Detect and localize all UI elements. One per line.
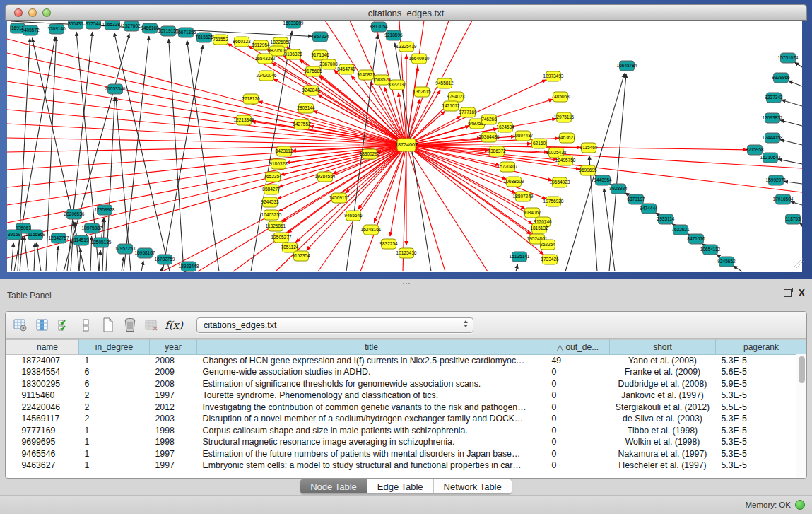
graph-node[interactable]: 16958107	[135, 248, 155, 258]
table-row[interactable]: 1938455462009Genome-wide association stu…	[6, 366, 807, 378]
graph-node[interactable]: 20206536	[64, 209, 85, 219]
graph-node[interactable]: 10403255	[261, 210, 282, 220]
graph-node[interactable]: 8938924	[609, 184, 628, 194]
graph-node[interactable]: 12444158	[763, 133, 783, 143]
graph-node[interactable]: 9466160	[141, 23, 159, 33]
select-columns-icon[interactable]	[57, 317, 72, 334]
table-row[interactable]: 977716911998Corpus callosum shape and si…	[6, 425, 807, 437]
graph-node[interactable]: 6879197	[627, 194, 645, 204]
graph-node[interactable]: 1362615	[413, 87, 431, 97]
graph-node[interactable]: 9152354	[292, 251, 310, 261]
graph-node[interactable]: 17359928	[95, 205, 115, 215]
graph-node[interactable]: 17016504	[773, 194, 794, 204]
graph-node[interactable]: 9227343	[765, 93, 783, 103]
close-panel-icon[interactable]: X	[799, 289, 805, 297]
table-row[interactable]: 969969511998Structural magnetic resonanc…	[6, 436, 807, 448]
graph-node[interactable]: 7652354	[264, 172, 282, 182]
graph-node[interactable]: 8427552	[293, 119, 311, 129]
graph-node[interactable]: 15751074	[778, 53, 799, 63]
graph-node[interactable]: 746266	[481, 115, 497, 124]
graph-node[interactable]: 11325861	[266, 221, 286, 231]
graph-node[interactable]: 2718120	[242, 94, 260, 104]
table-row[interactable]: 2242004622012Investigating the contribut…	[6, 402, 807, 414]
window-title-bar[interactable]: citations_edges.txt	[5, 4, 807, 21]
graph-node[interactable]: 1733426	[541, 255, 559, 264]
graph-node[interactable]: 850431	[68, 21, 83, 29]
graph-node[interactable]: 9084067	[523, 208, 541, 218]
graph-node[interactable]: 12342757	[49, 233, 69, 243]
graph-node[interactable]: 39159	[7, 230, 22, 240]
graph-node[interactable]: 18300295	[360, 149, 380, 159]
delete-column-icon[interactable]	[122, 317, 138, 334]
show-columns-icon[interactable]	[35, 317, 50, 334]
graph-node[interactable]: 10125416	[396, 248, 417, 258]
graph-node[interactable]: 7815526	[195, 33, 213, 42]
graph-node[interactable]: 15135141	[510, 252, 530, 262]
graph-node[interactable]: 1815132	[530, 223, 548, 233]
graph-node[interactable]: 9794023	[447, 92, 465, 102]
table-row[interactable]: 946362711997Embryonic stem cells: a mode…	[6, 460, 807, 472]
graph-node[interactable]: 7857224	[311, 32, 329, 42]
table-scrollbar[interactable]	[796, 354, 806, 478]
graph-node[interactable]: 252254	[540, 240, 555, 250]
graph-node[interactable]: 9474444	[640, 204, 658, 214]
graph-node[interactable]: 8322037	[388, 80, 406, 90]
graph-node[interactable]: 16033809	[283, 21, 304, 28]
graph-node[interactable]: 12505135	[91, 238, 112, 247]
graph-node[interactable]: 11156869	[25, 230, 45, 240]
tab-edge-table[interactable]: Edge Table	[367, 479, 433, 493]
graph-node[interactable]: 8423112	[276, 146, 293, 156]
graph-node[interactable]: 12505277	[271, 233, 292, 243]
graph-node[interactable]: 8215958	[746, 145, 764, 155]
graph-node[interactable]: 15720407	[498, 162, 518, 172]
graph-node[interactable]: 8454749	[337, 64, 355, 74]
graph-node[interactable]: 9171546	[311, 50, 329, 60]
graph-node[interactable]: 761552	[213, 35, 228, 45]
table-row[interactable]: 1830029562008Estimation of significance …	[6, 378, 807, 390]
graph-node[interactable]: 9465546	[344, 211, 363, 221]
graph-node[interactable]: 1527602	[122, 21, 141, 31]
graph-node[interactable]: 9832254	[379, 239, 398, 249]
graph-node[interactable]: 7386372	[488, 146, 506, 156]
graph-node[interactable]: 62160	[532, 139, 547, 148]
graph-node[interactable]: 8471676	[687, 234, 705, 244]
graph-node[interactable]: 3769140	[47, 24, 66, 34]
column-header-gutter[interactable]	[6, 340, 16, 355]
graph-node[interactable]: 14569117	[329, 193, 350, 203]
graph-node[interactable]: 19654923	[550, 177, 570, 187]
graph-node[interactable]: 2803144	[297, 103, 315, 113]
graph-node[interactable]: 16782759	[155, 255, 175, 264]
graph-node[interactable]: 9242848	[302, 86, 320, 95]
graph-node[interactable]: 16640910	[409, 54, 430, 64]
graph-node[interactable]: 18495758	[555, 156, 576, 165]
table-selector-dropdown[interactable]: citations_edges.txt	[196, 317, 473, 333]
graph-node[interactable]: 9329966	[772, 73, 790, 83]
graph-node[interactable]: 10807487	[513, 131, 534, 141]
graph-node[interactable]: 16671355	[176, 28, 196, 37]
graph-node[interactable]: 19384554	[315, 172, 336, 182]
graph-node[interactable]: 16648784	[617, 61, 637, 71]
graph-node[interactable]: 9218596	[384, 30, 403, 40]
table-row[interactable]: 946554611997Estimation of the future num…	[6, 448, 807, 460]
column-header-pagerank[interactable]: pagerank	[716, 340, 807, 355]
float-panel-icon[interactable]	[784, 289, 792, 297]
graph-node[interactable]: 118753	[785, 214, 801, 224]
scrollbar-thumb[interactable]	[799, 356, 805, 383]
graph-node[interactable]: 21053346	[105, 84, 126, 94]
column-header-title[interactable]: title	[197, 340, 546, 355]
graph-node[interactable]: 8584277	[262, 185, 281, 194]
graph-node[interactable]: 9115460	[580, 143, 598, 153]
graph-node[interactable]: 12923448	[179, 262, 199, 271]
graph-node[interactable]: 1624534	[496, 122, 514, 132]
graph-node[interactable]: 15248161	[361, 225, 382, 235]
graph-node[interactable]: 12093832	[763, 113, 783, 123]
graph-node[interactable]: 1421072	[442, 101, 460, 111]
graph-node[interactable]: 10973493	[543, 71, 564, 81]
column-header-name[interactable]: name	[16, 340, 79, 355]
column-header-year[interactable]: year	[150, 340, 197, 355]
graph-node[interactable]: 16210643	[760, 153, 781, 163]
graph-node[interactable]: 20364486	[479, 132, 500, 142]
graph-node[interactable]: 7485063	[551, 92, 570, 102]
graph-node[interactable]: 8186328	[284, 49, 302, 59]
column-header-in_degree[interactable]: in_degree	[79, 340, 150, 355]
